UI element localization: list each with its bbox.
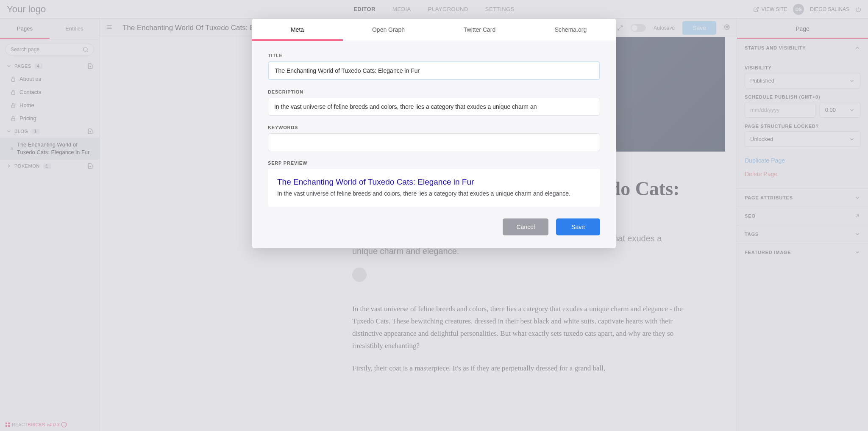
- serp-title: The Enchanting World of Tuxedo Cats: Ele…: [277, 177, 591, 187]
- cancel-button[interactable]: Cancel: [503, 218, 548, 235]
- modal-tabs: Meta Open Graph Twitter Card Schema.org: [252, 19, 616, 41]
- serp-label: SERP PREVIEW: [268, 160, 600, 166]
- serp-preview: The Enchanting World of Tuxedo Cats: Ele…: [268, 169, 600, 207]
- title-input[interactable]: [268, 61, 600, 80]
- keywords-input[interactable]: [268, 133, 600, 151]
- modal-overlay[interactable]: Meta Open Graph Twitter Card Schema.org …: [0, 0, 868, 431]
- tab-meta[interactable]: Meta: [252, 19, 343, 41]
- tab-schema[interactable]: Schema.org: [525, 19, 616, 41]
- tab-twitter[interactable]: Twitter Card: [434, 19, 525, 41]
- desc-label: DESCRIPTION: [268, 89, 600, 94]
- title-label: TITLE: [268, 53, 600, 58]
- keywords-label: KEYWORDS: [268, 125, 600, 130]
- modal-save-button[interactable]: Save: [556, 218, 600, 235]
- desc-input[interactable]: [268, 98, 600, 116]
- serp-desc: In the vast universe of feline breeds an…: [277, 189, 591, 198]
- tab-opengraph[interactable]: Open Graph: [343, 19, 434, 41]
- seo-modal: Meta Open Graph Twitter Card Schema.org …: [252, 19, 616, 248]
